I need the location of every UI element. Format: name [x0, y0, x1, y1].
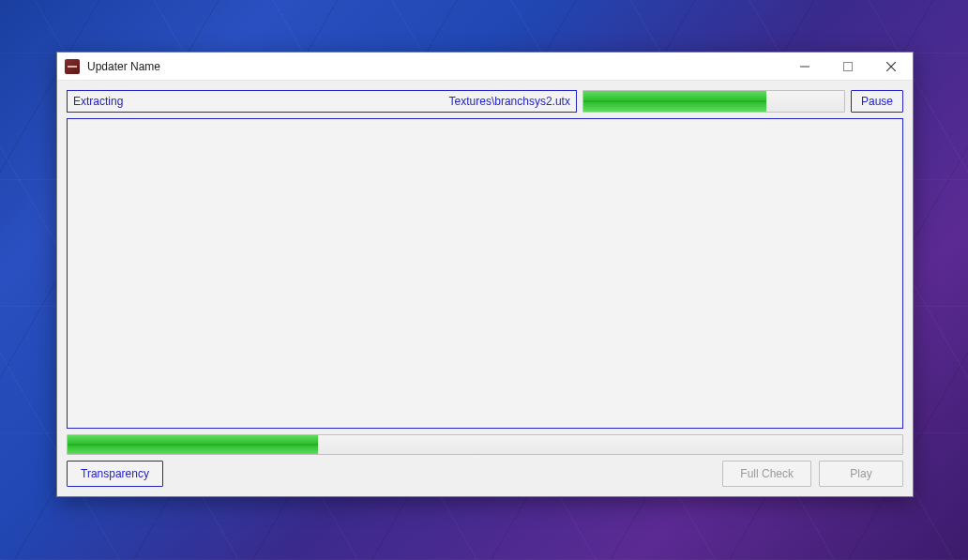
minimize-icon [800, 62, 809, 71]
status-action-label: Extracting [73, 95, 123, 108]
status-box: Extracting Textures\branchsys2.utx [67, 90, 577, 113]
app-icon [65, 59, 80, 74]
close-icon [886, 62, 896, 71]
minimize-button[interactable] [783, 53, 826, 80]
client-area: Extracting Textures\branchsys2.utx Pause… [57, 81, 913, 496]
svg-rect-0 [800, 66, 809, 67]
close-button[interactable] [870, 53, 913, 80]
overall-progress-fill [68, 435, 318, 454]
bottom-row: Transparency Full Check Play [67, 461, 903, 487]
pause-button[interactable]: Pause [851, 90, 903, 113]
log-panel[interactable] [67, 118, 903, 429]
transparency-button[interactable]: Transparency [67, 461, 163, 487]
maximize-button[interactable] [826, 53, 870, 80]
file-progress-fill [583, 91, 766, 112]
titlebar[interactable]: Updater Name [57, 53, 913, 81]
updater-window: Updater Name Extracting [56, 52, 914, 497]
desktop-wallpaper: Updater Name Extracting [0, 0, 968, 560]
play-button[interactable]: Play [819, 461, 903, 487]
window-controls [783, 53, 913, 80]
file-progress-bar [582, 90, 845, 113]
svg-rect-1 [844, 62, 853, 70]
window-title: Updater Name [87, 60, 783, 73]
top-row: Extracting Textures\branchsys2.utx Pause [67, 90, 903, 113]
maximize-icon [843, 62, 853, 71]
status-file-label: Textures\branchsys2.utx [130, 95, 570, 108]
spacer [171, 461, 715, 487]
full-check-button[interactable]: Full Check [722, 461, 811, 487]
overall-progress-bar [67, 434, 903, 455]
